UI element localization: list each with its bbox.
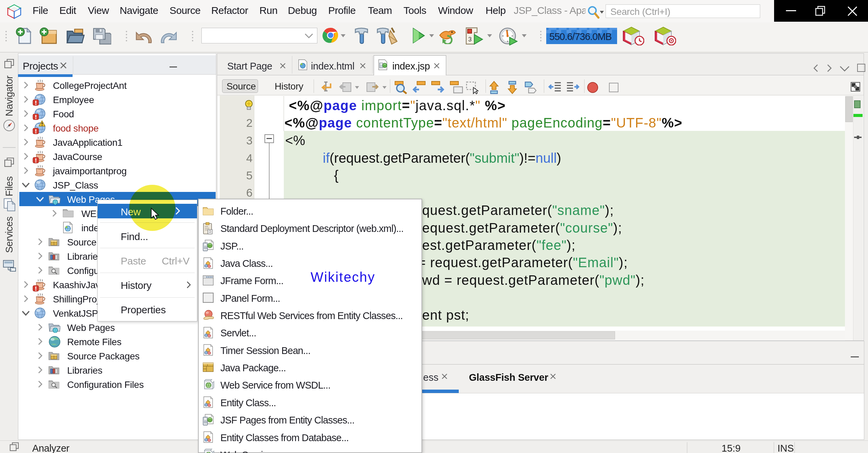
svg-text:3: 3 [468, 36, 472, 43]
